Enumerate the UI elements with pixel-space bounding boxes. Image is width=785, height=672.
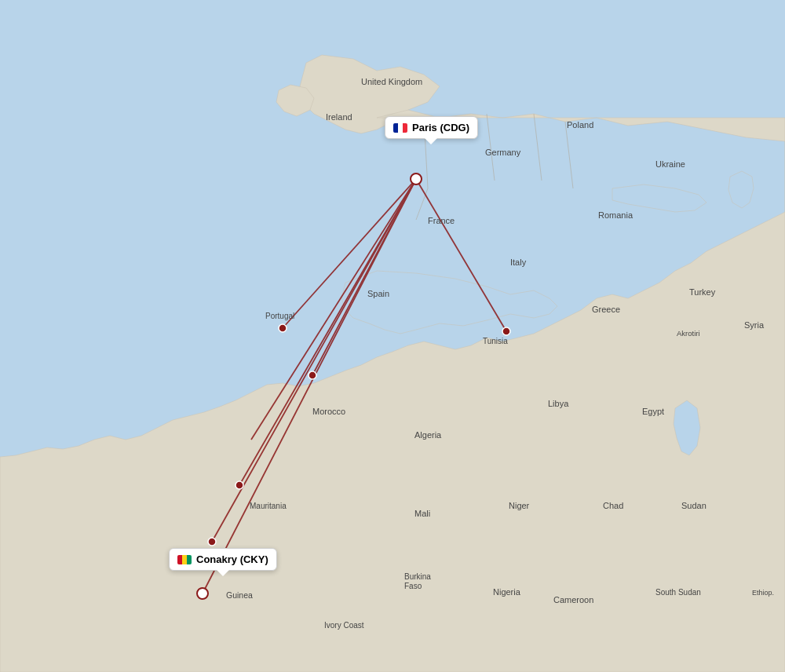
chad-label: Chad	[603, 501, 623, 510]
germany-label: Germany	[485, 148, 521, 157]
tunisia-label: Tunisia	[483, 337, 508, 345]
conakry-airport-dot	[197, 588, 208, 599]
mauritania-dot	[236, 481, 243, 489]
westafrica-dot	[208, 538, 216, 546]
ethiopia-label: Ethiop.	[752, 589, 774, 597]
map-svg: Ireland United Kingdom France Germany Po…	[0, 0, 785, 672]
map-container: Ireland United Kingdom France Germany Po…	[0, 0, 785, 672]
ukraine-label: Ukraine	[655, 159, 685, 169]
ivorycoast-label: Ivory Coast	[324, 621, 364, 630]
tunisia-dot	[502, 327, 510, 335]
portugal-dot	[279, 324, 287, 332]
turkey-label: Turkey	[689, 287, 716, 297]
algeria-label: Algeria	[414, 430, 442, 440]
poland-label: Poland	[567, 120, 593, 130]
syria-label: Syria	[744, 320, 765, 330]
mauritania-label: Mauritania	[250, 502, 287, 510]
akrotiri-label: Akrotiri	[677, 329, 700, 338]
uk-label: United Kingdom	[361, 77, 422, 86]
guinea-label: Guinea	[226, 590, 253, 600]
ireland-label: Ireland	[326, 112, 352, 122]
portugal-label: Portugal	[265, 312, 294, 320]
libya-label: Libya	[548, 399, 569, 408]
southsudan-label: South Sudan	[655, 588, 701, 597]
nigeria-label: Nigeria	[493, 587, 521, 597]
spain-label: Spain	[367, 289, 389, 298]
greece-label: Greece	[592, 305, 620, 314]
morocco-label: Morocco	[312, 407, 345, 416]
mali-label: Mali	[414, 509, 430, 518]
burkina-label: Burkina	[404, 572, 431, 581]
egypt-label: Egypt	[642, 407, 664, 416]
romania-label: Romania	[598, 210, 633, 220]
paris-airport-dot	[411, 173, 422, 184]
cameroon-label: Cameroon	[553, 595, 593, 604]
sudan-label: Sudan	[681, 501, 706, 510]
morocco-dot	[309, 371, 316, 379]
italy-label: Italy	[510, 257, 527, 267]
niger-label: Niger	[509, 501, 530, 510]
burkina-label2: Faso	[404, 582, 422, 590]
france-label: France	[428, 216, 455, 225]
